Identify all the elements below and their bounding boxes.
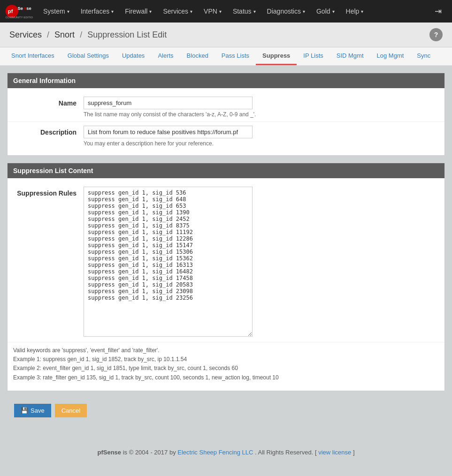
hint3: Example 2: event_filter gen_id 1, sig_id… xyxy=(13,364,439,373)
tab-sid-mgmt[interactable]: SID Mgmt xyxy=(330,47,370,65)
chevron-down-icon: ▾ xyxy=(303,9,305,14)
navbar-right: ⇥ xyxy=(429,0,447,23)
svg-text:Se: Se xyxy=(17,6,23,11)
rules-textarea[interactable] xyxy=(84,187,253,337)
description-field: You may enter a description here for you… xyxy=(84,126,439,147)
main-content: General Information Name The list name m… xyxy=(0,66,452,430)
hint4: Example 3: rate_filter gen_id 135, sig_i… xyxy=(13,373,439,382)
help-icon[interactable]: ? xyxy=(429,28,443,41)
chevron-down-icon: ▾ xyxy=(149,9,152,14)
svg-text:pf: pf xyxy=(8,8,13,14)
general-information-section: General Information Name The list name m… xyxy=(7,73,445,156)
cancel-label: Cancel xyxy=(61,407,80,414)
save-label: Save xyxy=(31,407,45,414)
nav-interfaces[interactable]: Interfaces ▾ xyxy=(75,0,119,23)
description-row: Description You may enter a description … xyxy=(8,122,444,151)
tab-suppress[interactable]: Suppress xyxy=(256,47,297,65)
cancel-button[interactable]: Cancel xyxy=(55,404,87,417)
nav-vpn[interactable]: VPN ▾ xyxy=(198,0,227,23)
breadcrumb-text: Services / Snort / Suppression List Edit xyxy=(9,30,167,40)
nav-system[interactable]: System ▾ xyxy=(38,0,75,23)
suppression-content-section: Suppression List Content Suppression Rul… xyxy=(7,163,445,391)
action-bar: 💾 Save Cancel xyxy=(7,398,445,423)
general-info-body: Name The list name may only consist of t… xyxy=(8,88,444,155)
svg-text:n: n xyxy=(23,6,26,11)
chevron-down-icon: ▾ xyxy=(190,9,192,14)
tab-sync[interactable]: Sync xyxy=(410,47,437,65)
breadcrumb-services[interactable]: Services xyxy=(9,30,42,39)
name-label: Name xyxy=(13,97,84,107)
hint2: Example 1: suppress gen_id 1, sig_id 185… xyxy=(13,355,439,364)
rules-row: Suppression Rules xyxy=(8,183,444,342)
tab-global-settings[interactable]: Global Settings xyxy=(61,47,115,65)
description-hint: You may enter a description here for you… xyxy=(84,140,439,147)
general-info-header: General Information xyxy=(8,73,444,88)
chevron-down-icon: ▾ xyxy=(67,9,69,14)
footer-company[interactable]: Electric Sheep Fencing LLC xyxy=(177,449,253,456)
footer-text2: is © 2004 - 2017 by xyxy=(123,449,178,456)
chevron-down-icon: ▾ xyxy=(111,9,114,14)
tab-log-mgmt[interactable]: Log Mgmt xyxy=(370,47,411,65)
chevron-down-icon: ▾ xyxy=(361,9,363,14)
suppression-content-body: Suppression Rules Valid keywords are 'su… xyxy=(8,178,444,391)
hint1: Valid keywords are 'suppress', 'event_fi… xyxy=(13,346,439,355)
breadcrumb: Services / Snort / Suppression List Edit… xyxy=(0,23,452,47)
name-hint: The list name may only consist of the ch… xyxy=(84,111,439,118)
chevron-down-icon: ▾ xyxy=(332,9,335,14)
footer-text3: . All Rights Reserved. [ xyxy=(255,449,317,456)
tab-blocked[interactable]: Blocked xyxy=(180,47,215,65)
nav-menu: System ▾ Interfaces ▾ Firewall ▾ Service… xyxy=(38,0,429,23)
name-field: The list name may only consist of the ch… xyxy=(84,97,439,118)
rules-label: Suppression Rules xyxy=(13,187,84,197)
footer: pfSense is © 2004 - 2017 by Electric She… xyxy=(0,439,452,465)
nav-firewall[interactable]: Firewall ▾ xyxy=(119,0,157,23)
chevron-down-icon: ▾ xyxy=(219,9,222,14)
breadcrumb-snort[interactable]: Snort xyxy=(54,30,75,39)
brand-logo[interactable]: pf COMMUNITY EDITION Se n se xyxy=(5,3,33,20)
breadcrumb-sep-1: / xyxy=(47,30,49,39)
suppression-content-header: Suppression List Content xyxy=(8,163,444,178)
name-input[interactable] xyxy=(84,97,253,109)
chevron-down-icon: ▾ xyxy=(253,9,256,14)
nav-status[interactable]: Status ▾ xyxy=(227,0,261,23)
svg-text:se: se xyxy=(26,6,31,11)
footer-brand: pfSense xyxy=(98,449,122,456)
tab-updates[interactable]: Updates xyxy=(115,47,151,65)
tab-alerts[interactable]: Alerts xyxy=(151,47,180,65)
description-input[interactable] xyxy=(84,126,253,138)
name-row: Name The list name may only consist of t… xyxy=(8,93,444,122)
save-button[interactable]: 💾 Save xyxy=(14,404,51,417)
nav-gold[interactable]: Gold ▾ xyxy=(311,0,340,23)
description-label: Description xyxy=(13,126,84,136)
footer-text4: ] xyxy=(353,449,355,456)
nav-help[interactable]: Help ▾ xyxy=(340,0,369,23)
tab-snort-interfaces[interactable]: Snort Interfaces xyxy=(5,47,61,65)
breadcrumb-sep-2: / xyxy=(80,30,82,39)
tab-navigation: Snort Interfaces Global Settings Updates… xyxy=(0,47,452,66)
tab-ip-lists[interactable]: IP Lists xyxy=(297,47,329,65)
breadcrumb-current: Suppression List Edit xyxy=(87,30,167,39)
svg-text:COMMUNITY EDITION: COMMUNITY EDITION xyxy=(6,16,33,19)
navbar: pf COMMUNITY EDITION Se n se System ▾ In… xyxy=(0,0,452,23)
nav-diagnostics[interactable]: Diagnostics ▾ xyxy=(261,0,311,23)
tab-pass-lists[interactable]: Pass Lists xyxy=(215,47,256,65)
rules-hints: Valid keywords are 'suppress', 'event_fi… xyxy=(8,342,444,386)
footer-license[interactable]: view license xyxy=(318,449,351,456)
save-icon: 💾 xyxy=(21,407,28,414)
logout-icon[interactable]: ⇥ xyxy=(429,0,447,23)
rules-field xyxy=(84,187,439,338)
nav-services[interactable]: Services ▾ xyxy=(157,0,198,23)
